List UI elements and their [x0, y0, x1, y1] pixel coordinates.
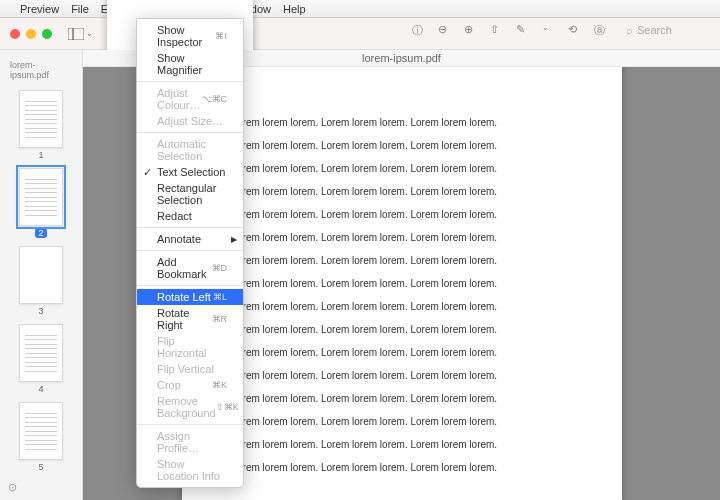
menu-separator	[137, 132, 243, 133]
markup-icon[interactable]: ⓐ	[594, 23, 608, 37]
menu-item-label: Rotate Right	[157, 307, 212, 331]
body-text-line: Lorem lorem lorem. Lorem lorem lorem. Lo…	[232, 140, 572, 151]
window-toolbar: ⌄ lorem-ipsum.pdfPage 2 of 5 ⓘ ⊖ ⊕ ⇧ ✎ ⌄…	[0, 18, 720, 50]
thumbnail-label: 3	[0, 306, 82, 316]
search-icon: ⌕	[626, 24, 633, 36]
menu-separator	[137, 81, 243, 82]
body-text-line: Lorem lorem lorem. Lorem lorem lorem. Lo…	[232, 347, 572, 358]
traffic-lights	[10, 29, 52, 39]
body-text-line: Lorem lorem lorem. Lorem lorem lorem. Lo…	[232, 278, 572, 289]
menu-item-rotate-right[interactable]: Rotate Right⌘R	[137, 305, 243, 333]
menu-item-show-magnifier[interactable]: Show Magnifier	[137, 50, 243, 78]
body-text-line: Lorem lorem lorem. Lorem lorem lorem. Lo…	[232, 209, 572, 220]
sidebar-options-icon[interactable]: ⊙	[8, 481, 17, 494]
menu-separator	[137, 424, 243, 425]
tools-menu-dropdown: Show Inspector⌘IShow MagnifierAdjust Col…	[136, 18, 244, 488]
thumbnail-page-5[interactable]	[19, 402, 63, 460]
menu-item-rectangular-selection[interactable]: Rectangular Selection	[137, 180, 243, 208]
rotate-icon[interactable]: ⟲	[568, 23, 582, 37]
document-page: Lorem lorem lorem. Lorem lorem lorem. Lo…	[182, 67, 622, 500]
menu-item-flip-vertical: Flip Vertical	[137, 361, 243, 377]
body-text-line: Lorem lorem lorem. Lorem lorem lorem. Lo…	[232, 439, 572, 450]
menu-item-automatic-selection: Automatic Selection	[137, 136, 243, 164]
menu-item-label: Show Magnifier	[157, 52, 227, 76]
menu-item-label: Crop	[157, 379, 181, 391]
menu-item-label: Show Inspector	[157, 24, 215, 48]
menu-item-assign-profile: Assign Profile…	[137, 428, 243, 456]
body-text-line: Lorem lorem lorem. Lorem lorem lorem. Lo…	[232, 255, 572, 266]
info-icon[interactable]: ⓘ	[412, 23, 426, 37]
share-icon[interactable]: ⇧	[490, 23, 504, 37]
menu-item-adjust-colour: Adjust Colour…⌥⌘C	[137, 85, 243, 113]
thumbnail-page-4[interactable]	[19, 324, 63, 382]
thumbnail-page-1[interactable]	[19, 90, 63, 148]
menu-shortcut: ⌘R	[212, 314, 228, 324]
menu-item-show-inspector[interactable]: Show Inspector⌘I	[137, 22, 243, 50]
thumbnail-page-2[interactable]	[19, 168, 63, 226]
thumbnail-label: 4	[0, 384, 82, 394]
menu-item-label: Flip Vertical	[157, 363, 214, 375]
help-menu[interactable]: Help	[283, 3, 306, 15]
menu-item-crop: Crop⌘K	[137, 377, 243, 393]
submenu-arrow-icon: ▶	[231, 235, 237, 244]
menu-item-label: Show Location Info	[157, 458, 227, 482]
body-text-line: Lorem lorem lorem. Lorem lorem lorem. Lo…	[232, 393, 572, 404]
minimize-button[interactable]	[26, 29, 36, 39]
menu-item-text-selection[interactable]: ✓Text Selection	[137, 164, 243, 180]
menu-item-rotate-left[interactable]: Rotate Left⌘L	[137, 289, 243, 305]
view-mode-button[interactable]: ⌄	[68, 28, 93, 40]
menu-item-label: Redact	[157, 210, 192, 222]
toolbar-actions: ⓘ ⊖ ⊕ ⇧ ✎ ⌄ ⟲ ⓐ ⌕ Search	[412, 22, 710, 38]
body-text-line: Lorem lorem lorem. Lorem lorem lorem. Lo…	[232, 232, 572, 243]
menu-item-flip-horizontal: Flip Horizontal	[137, 333, 243, 361]
menu-item-annotate[interactable]: Annotate▶	[137, 231, 243, 247]
check-icon: ✓	[143, 166, 152, 179]
menu-item-add-bookmark[interactable]: Add Bookmark⌘D	[137, 254, 243, 282]
menu-item-remove-background: Remove Background⇧⌘K	[137, 393, 243, 421]
menu-item-label: Rotate Left	[157, 291, 211, 303]
highlight-chevron-icon[interactable]: ⌄	[542, 23, 556, 37]
body-text-line: Lorem lorem lorem. Lorem lorem lorem. Lo…	[232, 186, 572, 197]
thumbnail-page-3[interactable]	[19, 246, 63, 304]
menu-shortcut: ⌥⌘C	[202, 94, 228, 104]
menu-item-label: Rectangular Selection	[157, 182, 227, 206]
menu-item-label: Remove Background	[157, 395, 216, 419]
body-text-line: Lorem lorem lorem. Lorem lorem lorem. Lo…	[232, 416, 572, 427]
zoom-in-icon[interactable]: ⊕	[464, 23, 478, 37]
file-menu[interactable]: File	[71, 3, 89, 15]
menu-item-label: Add Bookmark	[157, 256, 212, 280]
body-text-line: Lorem lorem lorem. Lorem lorem lorem. Lo…	[232, 324, 572, 335]
menu-shortcut: ⇧⌘K	[216, 402, 239, 412]
menu-shortcut: ⌘K	[212, 380, 227, 390]
app-menu[interactable]: Preview	[20, 3, 59, 15]
menu-item-label: Flip Horizontal	[157, 335, 227, 359]
thumbnail-sidebar[interactable]: lorem-ipsum.pdf 12345 ⊙	[0, 50, 83, 500]
menu-item-label: Assign Profile…	[157, 430, 227, 454]
menu-separator	[137, 227, 243, 228]
svg-rect-1	[73, 28, 84, 40]
fullscreen-button[interactable]	[42, 29, 52, 39]
body-text-line: Lorem lorem lorem. Lorem lorem lorem. Lo…	[232, 117, 572, 128]
menu-shortcut: ⌘L	[213, 292, 227, 302]
menu-shortcut: ⌘I	[215, 31, 227, 41]
menu-item-label: Text Selection	[157, 166, 225, 178]
search-input[interactable]: ⌕ Search	[620, 22, 710, 38]
menu-separator	[137, 250, 243, 251]
menu-item-redact[interactable]: Redact	[137, 208, 243, 224]
close-button[interactable]	[10, 29, 20, 39]
sidebar-doc-title: lorem-ipsum.pdf	[0, 56, 82, 84]
thumbnail-label: 5	[0, 462, 82, 472]
menu-separator	[137, 285, 243, 286]
menu-item-label: Annotate	[157, 233, 201, 245]
menu-item-label: Adjust Colour…	[157, 87, 202, 111]
thumbnail-label: 1	[0, 150, 82, 160]
body-text-line: Lorem lorem lorem. Lorem lorem lorem. Lo…	[232, 370, 572, 381]
zoom-out-icon[interactable]: ⊖	[438, 23, 452, 37]
svg-rect-0	[68, 28, 73, 40]
body-text-line: Lorem lorem lorem. Lorem lorem lorem. Lo…	[232, 301, 572, 312]
thumbnail-label: 2	[35, 228, 47, 238]
highlight-icon[interactable]: ✎	[516, 23, 530, 37]
menu-item-label: Adjust Size…	[157, 115, 223, 127]
menu-item-show-location-info: Show Location Info	[137, 456, 243, 484]
body-text-line: Lorem lorem lorem. Lorem lorem lorem. Lo…	[232, 462, 572, 473]
